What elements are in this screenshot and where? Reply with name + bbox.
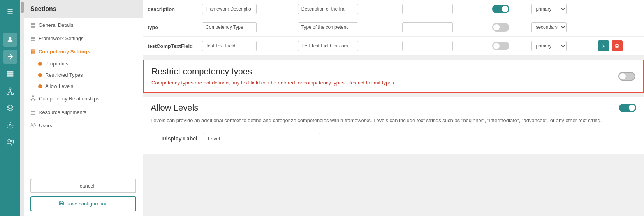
table-row: testCompTextField [143, 37, 644, 56]
sidebar-item-general-details[interactable]: ▤ General Details [24, 18, 143, 32]
svg-rect-1 [7, 71, 13, 72]
sidebar-sub-item-allow-levels[interactable]: Allow Levels [24, 81, 143, 92]
layers-icon[interactable] [3, 101, 17, 115]
scroll-thumb[interactable] [21, 2, 24, 13]
svg-rect-3 [7, 75, 13, 76]
test-comp-delete-button[interactable] [612, 40, 623, 51]
sidebar-buttons: ← cancel save configuration [24, 174, 143, 216]
svg-rect-5 [7, 93, 9, 94]
type-extra-cell [398, 18, 487, 37]
sidebar-sub-item-properties[interactable]: Properties [24, 58, 143, 69]
description-toggle-cell [487, 0, 527, 18]
sidebar: Sections ▤ General Details ▤ Framework S… [24, 0, 143, 216]
main-content: description [143, 0, 644, 216]
svg-line-18 [32, 98, 33, 99]
type-field1-input[interactable] [202, 22, 257, 32]
test-comp-actions-cell [593, 37, 644, 56]
sidebar-item-resource-alignments[interactable]: ▤ Resource Alignments [24, 105, 143, 119]
competency-settings-label: Competency Settings [39, 49, 90, 54]
sidebar-item-users[interactable]: Users [24, 119, 143, 132]
description-field1-input[interactable] [202, 4, 257, 14]
sidebar-item-framework-settings[interactable]: ▤ Framework Settings [24, 32, 143, 45]
test-comp-field1-cell [197, 37, 293, 56]
users-icon[interactable] [3, 135, 17, 149]
type-field2-input[interactable] [298, 22, 358, 32]
restrict-section-left: Restrict competency types Competency typ… [151, 67, 395, 86]
display-label-label: Display Label [151, 135, 197, 142]
test-comp-select[interactable]: primary secondary [531, 41, 567, 51]
allow-levels-header: Allow Levels [151, 103, 636, 113]
restrict-toggle-knob [619, 73, 626, 79]
sidebar-sub-item-restricted-types[interactable]: Restricted Types [24, 69, 143, 81]
framework-settings-label: Framework Settings [39, 35, 84, 41]
description-select-cell: primary secondary [527, 0, 593, 18]
svg-rect-4 [9, 88, 11, 89]
type-toggle-knob [493, 24, 500, 30]
competency-relationships-icon [30, 95, 36, 102]
description-field2-input[interactable] [298, 4, 358, 14]
restricted-types-dot [38, 73, 42, 77]
test-comp-field2-cell [293, 37, 398, 56]
description-select[interactable]: primary secondary [531, 4, 567, 14]
general-details-label: General Details [39, 22, 74, 28]
nav-bar: ☰ [0, 0, 20, 216]
svg-line-9 [10, 92, 12, 93]
vertical-scrollbar[interactable] [20, 0, 24, 216]
restrict-competency-section: Restrict competency types Competency typ… [143, 60, 644, 93]
type-toggle[interactable] [492, 23, 509, 32]
description-toggle-knob [502, 6, 508, 12]
type-label: type [143, 18, 197, 37]
test-comp-settings-button[interactable] [598, 40, 609, 51]
users-label: Users [39, 123, 52, 128]
type-select[interactable]: primary secondary [531, 22, 567, 32]
framework-settings-icon: ▤ [30, 35, 35, 41]
network-icon[interactable] [3, 84, 17, 98]
description-field1-cell [197, 0, 293, 18]
type-field2-cell [293, 18, 398, 37]
test-comp-toggle[interactable] [492, 42, 509, 50]
svg-rect-14 [32, 96, 34, 97]
test-comp-field1-input[interactable] [202, 41, 257, 51]
svg-marker-10 [7, 105, 14, 109]
svg-point-0 [9, 37, 12, 40]
restrict-toggle[interactable] [618, 72, 635, 81]
svg-line-8 [8, 92, 10, 93]
type-toggle-cell [487, 18, 527, 37]
description-toggle[interactable] [492, 5, 509, 13]
type-extra-input[interactable] [402, 22, 453, 32]
display-label-input[interactable] [204, 133, 320, 144]
test-comp-select-cell: primary secondary [527, 37, 593, 56]
test-comp-field2-input[interactable] [298, 41, 358, 51]
resource-alignments-icon: ▤ [30, 109, 35, 115]
list-icon[interactable] [3, 67, 17, 81]
properties-table: description [143, 0, 644, 56]
description-extra-input[interactable] [402, 4, 453, 14]
table-row: type [143, 18, 644, 37]
restrict-title: Restrict competency types [151, 67, 395, 77]
svg-point-12 [8, 140, 11, 142]
sidebar-item-competency-settings[interactable]: ▤ Competency Settings [24, 45, 143, 58]
description-label: description [143, 0, 197, 18]
table-row: description [143, 0, 644, 18]
svg-rect-15 [31, 100, 32, 100]
display-label-row: Display Label [151, 130, 636, 148]
test-comp-extra-input[interactable] [402, 41, 453, 51]
properties-section: description [143, 0, 644, 56]
sidebar-header: Sections [24, 0, 143, 18]
hamburger-icon[interactable]: ☰ [3, 5, 17, 19]
sidebar-item-competency-relationships[interactable]: Competency Relationships [24, 92, 143, 105]
svg-line-19 [33, 98, 35, 99]
general-details-icon: ▤ [30, 22, 35, 28]
allow-levels-label: Allow Levels [45, 83, 73, 89]
user-icon[interactable] [3, 33, 17, 47]
svg-point-11 [9, 125, 11, 126]
cancel-button[interactable]: ← cancel [30, 179, 136, 193]
type-field1-cell [197, 18, 293, 37]
settings-icon[interactable] [3, 118, 17, 132]
allow-levels-toggle[interactable] [619, 104, 636, 112]
arrow-right-icon[interactable] [3, 50, 17, 64]
test-comp-label: testCompTextField [143, 37, 197, 56]
allow-levels-dot [38, 84, 42, 88]
restricted-types-label: Restricted Types [45, 72, 83, 78]
save-configuration-button[interactable]: save configuration [30, 196, 136, 211]
